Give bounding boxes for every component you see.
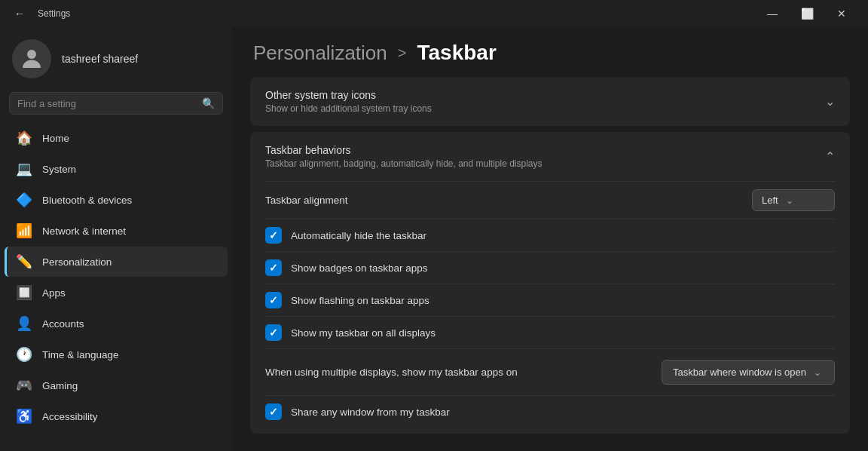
sidebar-item-apps[interactable]: 🔲Apps xyxy=(5,278,228,308)
sidebar-item-time-label: Time & language xyxy=(42,349,119,360)
settings-content: Other system tray icons Show or hide add… xyxy=(232,77,868,451)
sidebar-item-gaming[interactable]: 🎮Gaming xyxy=(5,370,228,400)
all-displays-checkmark: ✓ xyxy=(269,327,278,339)
maximize-button[interactable]: ⬜ xyxy=(790,0,824,27)
multi-display-chevron-icon: ⌄ xyxy=(814,367,821,378)
sidebar-item-bluetooth[interactable]: 🔷Bluetooth & devices xyxy=(5,185,228,215)
bluetooth-nav-icon: 🔷 xyxy=(17,192,32,207)
behaviors-title: Taskbar behaviors xyxy=(265,144,542,156)
sidebar-item-personalization-label: Personalization xyxy=(42,256,112,268)
sidebar: tashreef shareef 🔍 🏠Home💻System🔷Bluetoot… xyxy=(0,27,232,451)
avatar-icon xyxy=(18,45,45,72)
show-badges-label: Show badges on taskbar apps xyxy=(291,262,428,274)
svg-point-0 xyxy=(27,50,36,59)
multi-display-dropdown[interactable]: Taskbar where window is open ⌄ xyxy=(662,360,835,385)
user-profile: tashreef shareef xyxy=(0,27,232,87)
sidebar-nav: 🏠Home💻System🔷Bluetooth & devices📶Network… xyxy=(0,122,232,432)
sidebar-item-network-label: Network & internet xyxy=(42,226,126,237)
alignment-label: Taskbar alignment xyxy=(265,195,348,206)
system-tray-title: Other system tray icons xyxy=(265,89,432,101)
avatar xyxy=(12,39,51,78)
sidebar-item-accounts[interactable]: 👤Accounts xyxy=(5,308,228,339)
personalization-nav-icon: ✏️ xyxy=(17,254,32,269)
sidebar-item-bluetooth-label: Bluetooth & devices xyxy=(42,195,132,206)
sidebar-item-accessibility-label: Accessibility xyxy=(42,411,98,422)
accessibility-nav-icon: ♿ xyxy=(17,409,32,424)
sidebar-item-home[interactable]: 🏠Home xyxy=(5,123,228,153)
minimize-button[interactable]: — xyxy=(755,0,790,27)
app-body: tashreef shareef 🔍 🏠Home💻System🔷Bluetoot… xyxy=(0,27,868,451)
sidebar-item-gaming-label: Gaming xyxy=(42,380,78,391)
show-flashing-checkbox[interactable]: ✓ xyxy=(265,292,282,308)
search-icon: 🔍 xyxy=(202,97,215,109)
apps-nav-icon: 🔲 xyxy=(17,285,32,300)
system-tray-section: Other system tray icons Show or hide add… xyxy=(250,77,850,126)
sidebar-item-accessibility[interactable]: ♿Accessibility xyxy=(5,401,228,431)
close-button[interactable]: ✕ xyxy=(824,0,859,27)
show-badges-checkbox[interactable]: ✓ xyxy=(265,259,282,276)
alignment-row: Taskbar alignment Left ⌄ xyxy=(265,181,835,219)
system-tray-header[interactable]: Other system tray icons Show or hide add… xyxy=(250,77,850,126)
behaviors-header[interactable]: Taskbar behaviors Taskbar alignment, bad… xyxy=(250,132,850,181)
system-nav-icon: 💻 xyxy=(17,161,32,176)
sidebar-item-apps-label: Apps xyxy=(42,287,66,299)
share-window-checkmark: ✓ xyxy=(269,406,278,418)
behaviors-section: Taskbar behaviors Taskbar alignment, bad… xyxy=(250,132,850,434)
sidebar-item-system[interactable]: 💻System xyxy=(5,154,228,184)
share-window-checkbox[interactable]: ✓ xyxy=(265,403,282,420)
alignment-dropdown[interactable]: Left ⌄ xyxy=(752,189,835,211)
show-flashing-checkmark: ✓ xyxy=(269,294,278,306)
show-flashing-label: Show flashing on taskbar apps xyxy=(291,295,429,306)
titlebar-controls: — ⬜ ✕ xyxy=(755,0,859,27)
search-input[interactable] xyxy=(17,98,196,109)
multi-display-value: Taskbar where window is open xyxy=(673,367,806,378)
multi-display-row: When using multiple displays, show my ta… xyxy=(265,348,835,395)
multi-display-label: When using multiple displays, show my ta… xyxy=(265,367,518,378)
sidebar-item-personalization[interactable]: ✏️Personalization xyxy=(5,247,228,277)
page-title: Taskbar xyxy=(417,41,496,65)
behaviors-chevron: ⌃ xyxy=(825,149,835,164)
breadcrumb-parent: Personalization xyxy=(253,41,387,65)
user-name: tashreef shareef xyxy=(62,53,138,65)
system-tray-chevron: ⌄ xyxy=(825,94,835,109)
share-window-row: ✓ Share any window from my taskbar xyxy=(265,395,835,428)
auto-hide-checkbox[interactable]: ✓ xyxy=(265,227,282,244)
titlebar-title: Settings xyxy=(38,8,70,19)
sidebar-item-home-label: Home xyxy=(42,133,69,144)
all-displays-checkbox[interactable]: ✓ xyxy=(265,324,282,341)
share-window-label: Share any window from my taskbar xyxy=(291,407,450,418)
auto-hide-label: Automatically hide the taskbar xyxy=(291,230,426,241)
all-displays-label: Show my taskbar on all displays xyxy=(291,327,436,339)
page-header: Personalization > Taskbar xyxy=(232,27,868,77)
behaviors-desc: Taskbar alignment, badging, automaticall… xyxy=(265,158,542,169)
show-badges-checkmark: ✓ xyxy=(269,262,278,274)
sidebar-item-accounts-label: Accounts xyxy=(42,318,84,330)
sidebar-item-network[interactable]: 📶Network & internet xyxy=(5,216,228,246)
titlebar: ← Settings — ⬜ ✕ xyxy=(0,0,868,27)
auto-hide-row: ✓ Automatically hide the taskbar xyxy=(265,219,835,251)
home-nav-icon: 🏠 xyxy=(17,130,32,146)
show-flashing-row: ✓ Show flashing on taskbar apps xyxy=(265,284,835,316)
breadcrumb-separator: > xyxy=(398,44,407,62)
all-displays-row: ✓ Show my taskbar on all displays xyxy=(265,316,835,348)
sidebar-item-system-label: System xyxy=(42,164,76,175)
show-badges-row: ✓ Show badges on taskbar apps xyxy=(265,251,835,284)
alignment-value: Left xyxy=(762,195,778,206)
titlebar-left: ← Settings xyxy=(9,3,70,24)
gaming-nav-icon: 🎮 xyxy=(17,378,32,393)
time-nav-icon: 🕐 xyxy=(17,347,32,362)
content-area: Personalization > Taskbar Other system t… xyxy=(232,27,868,451)
network-nav-icon: 📶 xyxy=(17,223,32,238)
system-tray-desc: Show or hide additional system tray icon… xyxy=(265,103,432,114)
alignment-chevron-icon: ⌄ xyxy=(786,195,793,206)
behaviors-content: Taskbar alignment Left ⌄ ✓ Automatically… xyxy=(250,181,850,434)
back-button[interactable]: ← xyxy=(9,3,30,24)
accounts-nav-icon: 👤 xyxy=(17,316,32,331)
auto-hide-checkmark: ✓ xyxy=(269,229,278,241)
search-container: 🔍 xyxy=(0,87,232,122)
sidebar-item-time[interactable]: 🕐Time & language xyxy=(5,339,228,370)
search-box[interactable]: 🔍 xyxy=(9,92,223,115)
